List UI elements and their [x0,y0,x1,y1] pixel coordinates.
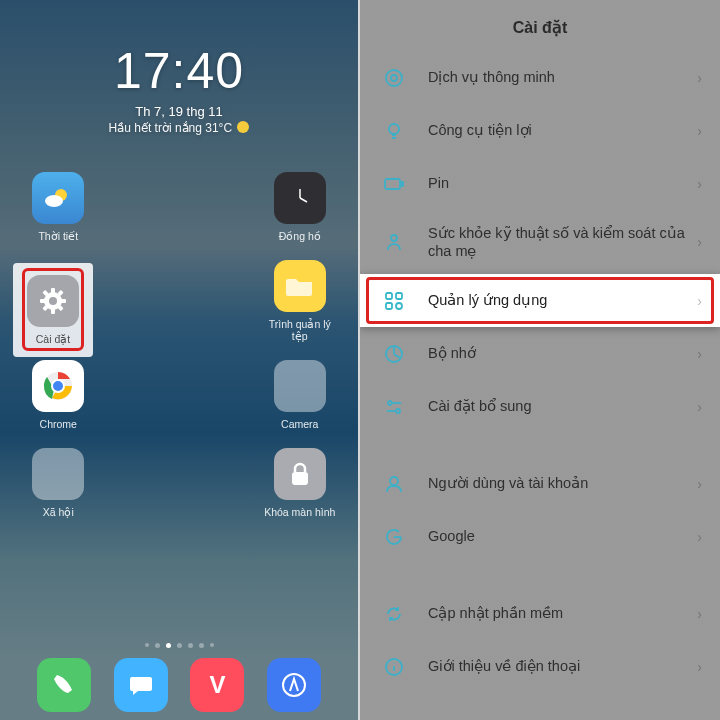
settings-row-users-accounts[interactable]: Người dùng và tài khoản › [360,457,720,510]
dock: V [0,658,358,712]
app-social-folder[interactable]: Xã hội [18,448,99,518]
svg-point-34 [390,477,398,485]
svg-point-26 [391,235,397,241]
svg-rect-15 [60,299,66,303]
svg-point-7 [54,382,63,391]
app-weather[interactable]: Thời tiết [18,172,99,242]
svg-rect-25 [401,182,403,186]
settings-title: Cài đặt [360,0,720,51]
svg-point-32 [388,401,392,405]
app-label: Camera [281,418,318,430]
app-label: Cài đặt [36,333,70,345]
clock-widget[interactable]: 17:40 Th 7, 19 thg 11 Hầu hết trời nắng … [0,42,358,135]
page-indicator[interactable] [0,643,358,648]
svg-rect-13 [51,308,55,314]
social-folder-icon [32,448,84,500]
smart-icon [382,68,406,88]
apps-grid-icon [382,292,406,310]
svg-rect-14 [40,299,46,303]
svg-rect-9 [292,472,308,485]
camera-folder-icon [274,360,326,412]
app-label: Thời tiết [38,230,78,242]
storage-icon [382,344,406,364]
dock-phone[interactable] [37,658,91,712]
chevron-right-icon: › [697,606,702,622]
settings-list: Dịch vụ thông minh › Công cụ tiện lợi › … [360,51,720,693]
app-label: Khóa màn hình [264,506,335,518]
app-camera[interactable]: Camera [260,360,341,430]
chevron-right-icon: › [697,399,702,415]
chevron-right-icon: › [697,176,702,192]
dock-browser[interactable] [267,658,321,712]
clock-icon [274,172,326,224]
refresh-icon [382,604,406,624]
settings-row-storage[interactable]: Bộ nhớ › [360,327,720,380]
folder-icon [274,260,326,312]
svg-point-1 [45,195,63,207]
weather-icon [32,172,84,224]
svg-point-23 [389,124,399,134]
app-label: Đồng hồ [279,230,321,242]
settings-row-about-phone[interactable]: Giới thiệu về điện thoại › [360,640,720,693]
lock-icon [274,448,326,500]
chevron-right-icon: › [697,70,702,86]
svg-point-30 [396,303,402,309]
settings-row-additional[interactable]: Cài đặt bổ sung › [360,380,720,433]
battery-icon [382,178,406,190]
chrome-icon [32,360,84,412]
settings-row-convenience-tools[interactable]: Công cụ tiện lợi › [360,104,720,157]
chevron-right-icon: › [697,476,702,492]
svg-point-11 [49,297,57,305]
highlighted-settings-icon: Cài đặt [13,263,93,357]
app-clock[interactable]: Đồng hồ [260,172,341,242]
lightbulb-icon [382,121,406,141]
home-screen-panel: 17:40 Th 7, 19 thg 11 Hầu hết trời nắng … [0,0,358,720]
settings-row-software-update[interactable]: Cập nhật phần mềm › [360,587,720,640]
app-filemanager[interactable]: Trình quản lý tệp [260,260,341,342]
app-chrome[interactable]: Chrome [18,360,99,430]
info-icon [382,657,406,677]
svg-point-33 [396,409,400,413]
chevron-right-icon: › [697,659,702,675]
app-label: Trình quản lý tệp [260,318,341,342]
settings-row-google[interactable]: Google › [360,510,720,563]
clock-time: 17:40 [0,42,358,100]
chevron-right-icon: › [697,293,702,309]
svg-rect-28 [396,293,402,299]
settings-row-smart-services[interactable]: Dịch vụ thông minh › [360,51,720,104]
svg-point-22 [391,75,397,81]
wellbeing-icon [382,232,406,252]
dock-vstore[interactable]: V [190,658,244,712]
svg-rect-12 [51,288,55,294]
chevron-right-icon: › [697,234,702,250]
chevron-right-icon: › [697,346,702,362]
settings-row-app-management[interactable]: Quản lý ứng dụng › [360,274,720,327]
sliders-icon [382,398,406,416]
svg-rect-29 [386,303,392,309]
app-settings[interactable]: Cài đặt [13,263,93,357]
dock-messages[interactable] [114,658,168,712]
chevron-right-icon: › [697,123,702,139]
settings-panel: Cài đặt Dịch vụ thông minh › Công cụ tiệ… [360,0,720,720]
svg-point-21 [386,70,402,86]
svg-rect-27 [386,293,392,299]
app-label: Chrome [40,418,77,430]
user-icon [382,474,406,494]
settings-row-digital-wellbeing[interactable]: Sức khỏe kỹ thuật số và kiểm soát của ch… [360,210,720,274]
weather-text: Hầu hết trời nắng 31°C [0,121,358,135]
app-lockscreen[interactable]: Khóa màn hình [260,448,341,518]
chevron-right-icon: › [697,529,702,545]
clock-date: Th 7, 19 thg 11 [0,104,358,119]
google-icon [382,527,406,547]
sun-icon [237,121,249,133]
gear-icon [27,275,79,327]
svg-rect-24 [385,179,400,189]
settings-row-battery[interactable]: Pin › [360,157,720,210]
app-label: Xã hội [43,506,74,518]
